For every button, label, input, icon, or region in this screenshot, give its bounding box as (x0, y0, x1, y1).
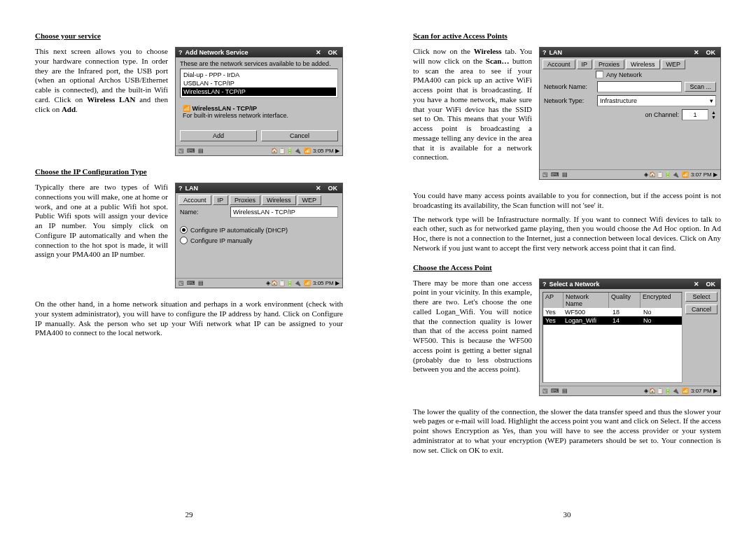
para-service: This next screen allows you to choose yo… (35, 47, 168, 114)
heading-choose-ap: Choose the Access Point (413, 263, 721, 272)
list-item[interactable]: USBLAN - TCP/IP (182, 79, 336, 87)
window-title: Add Network Service (186, 49, 248, 56)
page-number: 30 (413, 510, 721, 519)
para-choose-ap: There may be more than one access point … (413, 279, 532, 375)
para-home-network: On the other hand, in a home network sit… (35, 300, 343, 338)
col-ap: AP (543, 293, 564, 308)
ok-button[interactable]: OK (326, 185, 340, 192)
close-icon[interactable]: ✕ (692, 281, 701, 288)
col-name: Network Name (564, 293, 609, 308)
status-left-icons: ◳ ⌨ ▤ (178, 280, 204, 286)
channel-spinner[interactable]: 1 (682, 109, 708, 120)
tab-proxies[interactable]: Proxies (230, 195, 260, 205)
tab-wireless[interactable]: Wireless (626, 59, 660, 69)
para-many-aps: You could have many access points availa… (413, 191, 721, 211)
para-infrastructure: The network type will be Infrastructure … (413, 215, 721, 253)
screenshot-lan-wireless: ? LAN ✕ OK Account IP Proxies Wireless W… (539, 47, 721, 180)
selected-service-desc: For built-in wireless network interface. (183, 112, 335, 119)
list-item-selected[interactable]: WirelessLAN - TCP/IP (182, 87, 336, 96)
ok-button[interactable]: OK (326, 49, 340, 56)
help-icon: ? (178, 185, 183, 192)
radio-dhcp[interactable] (180, 226, 188, 234)
table-row[interactable]: Yes WF500 18 No (543, 308, 682, 316)
screenshot-select-network: ? Select a Network ✕ OK AP Network Name … (539, 279, 721, 396)
tab-wep[interactable]: WEP (662, 59, 686, 69)
screenshot-lan-ip: ? LAN ✕ OK Account IP Proxies Wireless W… (175, 183, 343, 288)
para-quality: The lower the quality of the connection,… (413, 407, 721, 456)
page-number: 29 (35, 510, 343, 519)
heading-ip-config: Choose the IP Configuration Type (35, 167, 343, 176)
table-row-selected[interactable]: Yes Logan_Wifi 14 No (543, 316, 682, 325)
add-button[interactable]: Add (180, 130, 257, 141)
cancel-button[interactable]: Cancel (261, 130, 338, 141)
window-title: LAN (550, 49, 563, 56)
scan-button[interactable]: Scan ... (685, 82, 716, 92)
network-type-select[interactable]: Infrastructure▾ (597, 95, 716, 106)
ok-button[interactable]: OK (704, 281, 718, 288)
window-title: Select a Network (550, 281, 600, 288)
tab-wireless[interactable]: Wireless (262, 195, 296, 205)
para-scan: Click now on the Wireless tab. You will … (413, 47, 532, 162)
window-title: LAN (186, 185, 199, 192)
page-left: Choose your service This next screen all… (0, 0, 378, 534)
tab-account[interactable]: Account (542, 59, 575, 69)
para-ip-config: Typically there are two types of Wifi co… (35, 183, 168, 260)
help-icon: ? (178, 49, 183, 56)
heading-choose-service: Choose your service (35, 31, 343, 40)
col-quality: Quality (609, 293, 640, 308)
status-right: 🏠📋🔋🔌 📶 3:05 PM ▶ (271, 148, 340, 154)
close-icon[interactable]: ✕ (314, 49, 323, 56)
radio-manual[interactable] (180, 237, 188, 244)
selected-service-title: 📶 WirelessLAN - TCP/IP (183, 105, 335, 112)
tab-ip[interactable]: IP (213, 195, 229, 205)
status-right: ◈🏠📋🔋🔌 📶 3:07 PM ▶ (644, 171, 718, 178)
cancel-button[interactable]: Cancel (685, 304, 718, 314)
list-item[interactable]: Dial-up - PPP - IrDA (182, 71, 336, 79)
help-icon: ? (542, 281, 547, 288)
tab-bar: Account IP Proxies Wireless WEP (176, 193, 342, 205)
name-label: Name: (180, 209, 227, 216)
name-field[interactable]: WirelessLAN - TCP/IP (230, 206, 338, 218)
screenshot-add-network-service: ? Add Network Service ✕ OK These are the… (175, 47, 343, 156)
tab-bar: Account IP Proxies Wireless WEP (540, 57, 720, 69)
select-button[interactable]: Select (685, 292, 718, 302)
status-left-icons: ◳ ⌨ ▤ (542, 171, 568, 178)
help-icon: ? (542, 49, 547, 56)
close-icon[interactable]: ✕ (692, 49, 701, 56)
network-name-label: Network Name: (544, 83, 594, 90)
tab-proxies[interactable]: Proxies (594, 59, 624, 69)
status-right: ◈🏠📋🔋🔌 📶 3:07 PM ▶ (644, 388, 718, 394)
wifi-icon: 📶 (183, 105, 190, 112)
heading-scan: Scan for active Access Points (413, 31, 721, 40)
service-list[interactable]: Dial-up - PPP - IrDA USBLAN - TCP/IP Wir… (180, 69, 338, 98)
any-network-label: Any Network (606, 71, 642, 78)
channel-label: on Channel: (645, 111, 680, 118)
network-type-label: Network Type: (544, 97, 594, 104)
radio-label-manual: Configure IP manually (190, 237, 252, 244)
tab-ip[interactable]: IP (577, 59, 593, 69)
col-encrypted: Encrypted (640, 293, 682, 308)
close-icon[interactable]: ✕ (314, 185, 323, 192)
status-left-icons: ◳ ⌨ ▤ (178, 148, 204, 154)
ok-button[interactable]: OK (704, 49, 718, 56)
tab-account[interactable]: Account (178, 195, 211, 205)
page-right: Scan for active Access Points Click now … (378, 0, 756, 534)
instruction-text: These are the network services available… (180, 60, 338, 67)
spinner-arrows-icon[interactable]: ▲▼ (711, 110, 716, 120)
network-name-field[interactable] (597, 81, 682, 92)
network-table[interactable]: AP Network Name Quality Encrypted Yes WF… (542, 292, 682, 383)
status-left-icons: ◳ ⌨ ▤ (542, 388, 568, 394)
status-right: ◈🏠📋🔋🔌 📶 3:05 PM ▶ (266, 280, 340, 286)
radio-label-dhcp: Configure IP automatically (DHCP) (190, 227, 288, 234)
any-network-checkbox[interactable] (596, 71, 603, 78)
tab-wep[interactable]: WEP (298, 195, 322, 205)
